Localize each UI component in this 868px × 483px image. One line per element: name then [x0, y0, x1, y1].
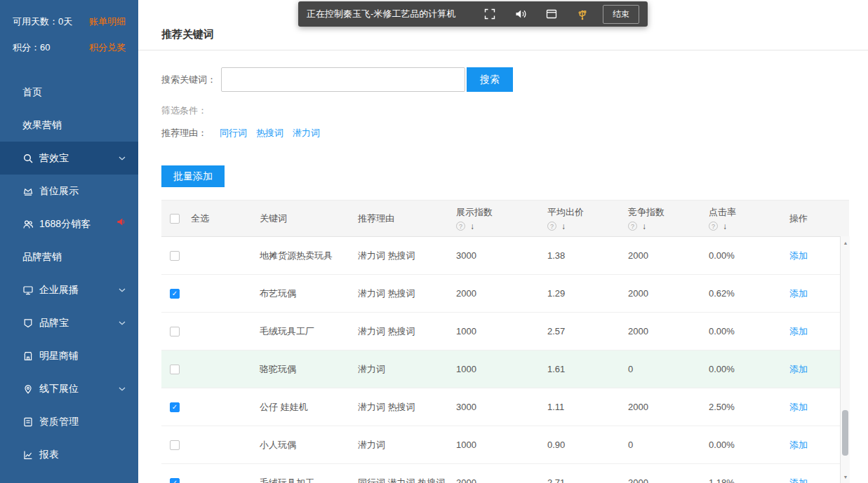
row-checkbox[interactable] — [170, 251, 180, 261]
speaker-icon[interactable] — [514, 8, 527, 20]
avg-price-cell: 0.90 — [540, 426, 621, 463]
column-header[interactable]: 竞争指数?↓ — [621, 200, 702, 236]
column-header-label: 平均出价 — [547, 206, 584, 219]
row-checkbox[interactable]: ✓ — [170, 478, 180, 483]
competition-index-cell: 2000 — [621, 275, 702, 312]
sidebar-item[interactable]: 线下展位 — [0, 372, 138, 405]
sidebar-item[interactable]: 品牌营销 — [0, 240, 138, 273]
help-icon[interactable]: ? — [547, 222, 556, 231]
column-header-label: 操作 — [789, 212, 808, 225]
help-icon[interactable]: ? — [709, 222, 718, 231]
page-title: 推荐关键词 — [161, 28, 214, 41]
bill-detail-link[interactable]: 账单明细 — [89, 15, 126, 28]
sidebar-item-label: 资质管理 — [39, 416, 126, 428]
ctr-cell: 2.50% — [702, 388, 782, 426]
add-link[interactable]: 添加 — [789, 439, 808, 451]
add-link[interactable]: 添加 — [789, 363, 808, 376]
sidebar-item[interactable]: 首页 — [0, 76, 138, 109]
sidebar-item[interactable]: 明星商铺 — [0, 339, 138, 372]
sidebar-item[interactable]: 企业展播 — [0, 273, 138, 306]
add-link[interactable]: 添加 — [789, 401, 808, 414]
end-session-button[interactable]: 结束 — [603, 5, 639, 24]
table-row: ✓布艺玩偶潜力词 热搜词20001.2920000.62%添加 — [161, 275, 849, 313]
sidebar-item[interactable]: 1688分销客 — [0, 208, 138, 240]
table-row: ✓公仔 娃娃机潜力词 热搜词30001.1120002.50%添加 — [161, 388, 849, 426]
keyword-cell: 毛绒玩具加工 — [253, 464, 351, 483]
help-icon[interactable]: ? — [456, 222, 465, 231]
chart-icon — [22, 449, 39, 461]
points-redeem-link[interactable]: 积分兑奖 — [89, 41, 126, 54]
reason-cell: 潜力词 热搜词 — [351, 313, 449, 350]
column-header[interactable]: 展示指数?↓ — [449, 200, 540, 236]
add-link[interactable]: 添加 — [789, 287, 808, 300]
reason-label: 推荐理由： — [161, 127, 220, 140]
display-index-cell: 3000 — [449, 237, 540, 274]
reason-cell: 潜力词 热搜词 — [351, 275, 449, 312]
column-header[interactable]: 平均出价?↓ — [540, 200, 621, 236]
column-header-label: 竞争指数 — [628, 206, 665, 219]
table-row: 骆驼玩偶潜力词10001.6100.00%添加 — [161, 351, 849, 388]
available-days-row: 可用天数：0天 账单明细 — [13, 8, 126, 34]
keyword-search-input[interactable] — [221, 67, 465, 92]
reason-option-link[interactable]: 潜力词 — [293, 127, 320, 140]
sidebar-menu: 首页效果营销营效宝首位展示1688分销客品牌营销企业展播品牌宝明星商铺线下展位资… — [0, 76, 138, 471]
competition-index-cell: 2000 — [621, 464, 702, 483]
row-checkbox[interactable] — [170, 440, 180, 450]
sidebar-item-label: 品牌宝 — [39, 317, 114, 329]
monitor-icon — [22, 285, 39, 296]
help-icon[interactable]: ? — [628, 222, 637, 231]
add-link[interactable]: 添加 — [789, 250, 808, 262]
table-row: 小人玩偶潜力词10000.9000.00%添加 — [161, 426, 849, 464]
column-header-label: 展示指数 — [456, 206, 493, 219]
window-icon[interactable] — [545, 8, 558, 20]
sidebar-item[interactable]: 品牌宝 — [0, 306, 138, 339]
sidebar-item[interactable]: 首位展示 — [0, 175, 138, 208]
reason-option-link[interactable]: 同行词 — [220, 127, 247, 140]
reason-option-link[interactable]: 热搜词 — [256, 127, 283, 140]
divider — [138, 50, 868, 50]
scroll-down-icon[interactable]: ▼ — [841, 472, 850, 482]
column-header[interactable]: 点击率?↓ — [702, 200, 782, 236]
scrollbar-thumb[interactable] — [842, 410, 848, 456]
transfer-icon[interactable] — [576, 8, 589, 20]
reason-options: 同行词热搜词潜力词 — [220, 127, 320, 140]
batch-add-button[interactable]: 批量添加 — [161, 165, 225, 187]
reason-cell: 同行词 潜力词 热搜词 — [351, 464, 449, 483]
sidebar-item[interactable]: 资质管理 — [0, 405, 138, 438]
sidebar-item-label: 效果营销 — [22, 119, 126, 132]
ctr-cell: 0.00% — [702, 237, 782, 274]
sidebar-item[interactable]: 报表 — [0, 438, 138, 471]
sidebar-item[interactable]: 营效宝 — [0, 142, 138, 175]
sort-desc-icon[interactable]: ↓ — [470, 222, 474, 231]
select-all-checkbox[interactable] — [170, 214, 180, 224]
display-index-cell: 2000 — [449, 275, 540, 312]
shield-icon — [22, 318, 39, 329]
fullscreen-icon[interactable] — [483, 8, 496, 20]
row-checkbox[interactable]: ✓ — [170, 289, 180, 299]
competition-index-cell: 2000 — [621, 313, 702, 350]
location-icon — [22, 383, 39, 395]
table-scrollbar[interactable]: ▲ ▼ — [840, 236, 850, 483]
reason-row: 推荐理由： 同行词热搜词潜力词 — [161, 127, 320, 140]
display-index-cell: 1000 — [449, 351, 540, 388]
shop-icon — [22, 351, 39, 362]
column-header: 操作 — [782, 200, 849, 236]
row-checkbox[interactable]: ✓ — [170, 402, 180, 412]
keyword-cell: 骆驼玩偶 — [253, 351, 351, 388]
sort-desc-icon[interactable]: ↓ — [723, 222, 727, 231]
add-link[interactable]: 添加 — [789, 477, 808, 483]
sort-desc-icon[interactable]: ↓ — [642, 222, 646, 231]
sort-desc-icon[interactable]: ↓ — [561, 222, 566, 231]
add-link[interactable]: 添加 — [789, 325, 808, 338]
search-button[interactable]: 搜索 — [467, 67, 513, 92]
column-header-label: 关键词 — [260, 212, 287, 225]
row-checkbox[interactable] — [170, 365, 180, 374]
scroll-up-icon[interactable]: ▲ — [841, 238, 850, 247]
sidebar-stats: 可用天数：0天 账单明细 积分：60 积分兑奖 — [0, 0, 138, 70]
row-checkbox[interactable] — [170, 327, 180, 336]
sidebar-item[interactable]: 效果营销 — [0, 109, 138, 142]
column-header-label: 点击率 — [709, 206, 736, 219]
reason-cell: 潜力词 — [351, 351, 449, 388]
display-index-cell: 1000 — [449, 426, 540, 463]
sidebar-item-label: 品牌营销 — [22, 251, 126, 264]
